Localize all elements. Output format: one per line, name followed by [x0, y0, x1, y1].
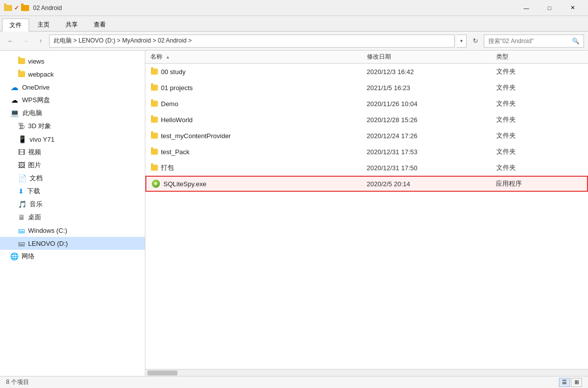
- sidebar-item-label: 图片: [28, 161, 41, 170]
- sidebar-item-label: 视频: [28, 148, 41, 157]
- minimize-button[interactable]: —: [515, 0, 538, 16]
- table-row[interactable]: 00 study 2020/12/3 16:42 文件夹: [145, 64, 588, 80]
- col-type-label: 类型: [496, 53, 508, 60]
- file-date: 2020/12/28 15:26: [367, 116, 496, 124]
- tab-file[interactable]: 文件: [2, 19, 29, 32]
- file-type: 文件夹: [496, 83, 582, 92]
- phone-icon: 📱: [18, 135, 27, 143]
- folder-icon: [151, 101, 158, 107]
- sidebar-item-onedrive[interactable]: ☁ OneDrive: [0, 81, 145, 94]
- file-name-cell: Demo: [151, 100, 367, 108]
- table-row[interactable]: 打包 2020/12/31 17:50 文件夹: [145, 160, 588, 176]
- sidebar-item-label: 此电脑: [23, 109, 42, 118]
- search-icon[interactable]: 🔍: [572, 38, 579, 45]
- table-row[interactable]: 01 projects 2021/1/5 16:23 文件夹: [145, 80, 588, 96]
- sidebar-item-webpack[interactable]: webpack: [0, 68, 145, 81]
- sidebar-item-wps[interactable]: ☁ WPS网盘: [0, 94, 145, 107]
- file-name-cell: 00 study: [151, 68, 367, 76]
- file-name: HelloWorld: [161, 116, 192, 124]
- sidebar-item-label: LENOVO (D:): [28, 240, 68, 247]
- desktop-icon: 🖥: [18, 213, 25, 221]
- sidebar-item-music[interactable]: 🎵 音乐: [0, 198, 145, 211]
- sidebar-item-doc[interactable]: 📄 文档: [0, 172, 145, 185]
- sidebar-item-label: WPS网盘: [22, 96, 50, 105]
- folder-icon: [151, 165, 158, 171]
- sidebar-item-video[interactable]: 🎞 视频: [0, 146, 145, 159]
- sidebar-item-views[interactable]: views: [0, 55, 145, 68]
- sidebar-item-label: 音乐: [30, 200, 43, 209]
- file-type: 文件夹: [496, 163, 582, 172]
- sidebar-item-vivo[interactable]: 📱 vivo Y71: [0, 133, 145, 146]
- folder-icon: [151, 69, 158, 75]
- sort-arrow: ▲: [165, 55, 170, 60]
- sidebar-item-label: 文档: [30, 174, 43, 183]
- sidebar: views webpack ☁ OneDrive ☁ WPS网盘 💻 此电脑 🗜…: [0, 51, 145, 376]
- file-date: 2020/12/24 17:26: [367, 132, 496, 140]
- sidebar-item-label: vivo Y71: [30, 136, 55, 143]
- sidebar-item-network[interactable]: 🌐 网络: [0, 250, 145, 263]
- view-details-button[interactable]: ☰: [559, 378, 570, 387]
- sidebar-item-label: views: [28, 58, 45, 65]
- search-bar[interactable]: 🔍: [484, 35, 584, 48]
- sidebar-item-desktop[interactable]: 🖥 桌面: [0, 211, 145, 224]
- breadcrumb[interactable]: 此电脑 > LENOVO (D:) > MyAndroid > 02 Andro…: [49, 35, 455, 48]
- sqlite-leaf: ❋: [154, 181, 158, 186]
- network-icon: 🌐: [10, 252, 19, 260]
- file-date: 2020/12/31 17:50: [367, 164, 496, 172]
- sidebar-item-windows-c[interactable]: 🖴 Windows (C:): [0, 224, 145, 237]
- search-input[interactable]: [488, 38, 572, 45]
- forward-button[interactable]: →: [19, 35, 32, 48]
- sidebar-item-image[interactable]: 🖼 图片: [0, 159, 145, 172]
- file-date: 2020/12/31 17:53: [367, 148, 496, 156]
- table-row-sqlitespy[interactable]: ❋ SQLiteSpy.exe 2020/2/5 20:14 应用程序: [145, 176, 588, 192]
- 3d-icon: 🗜: [18, 122, 25, 130]
- sidebar-item-thispc[interactable]: 💻 此电脑: [0, 107, 145, 120]
- file-date: 2021/1/5 16:23: [367, 84, 496, 92]
- sidebar-item-label: webpack: [28, 71, 54, 78]
- file-date: 2020/11/26 10:04: [367, 100, 496, 108]
- file-type: 文件夹: [496, 67, 582, 76]
- file-name: Demo: [161, 100, 178, 108]
- folder-icon: [151, 117, 158, 123]
- view-tiles-button[interactable]: ⊞: [571, 378, 582, 387]
- sidebar-item-lenovo-d[interactable]: 🖴 LENOVO (D:): [0, 237, 145, 250]
- title-check-icon: ✓: [14, 5, 19, 12]
- sidebar-item-label: 桌面: [28, 213, 41, 222]
- file-date: 2020/2/5 20:14: [367, 180, 496, 188]
- status-count: 8 个项目: [6, 378, 29, 386]
- close-button[interactable]: ✕: [561, 0, 584, 16]
- sidebar-item-label: 网络: [22, 252, 35, 261]
- file-list: 00 study 2020/12/3 16:42 文件夹 01 projects…: [145, 64, 588, 369]
- up-button[interactable]: ↑: [34, 35, 47, 48]
- doc-icon: 📄: [18, 174, 27, 182]
- sidebar-item-label: 下载: [27, 187, 40, 196]
- table-row[interactable]: HelloWorld 2020/12/28 15:26 文件夹: [145, 112, 588, 128]
- horizontal-scrollbar[interactable]: [145, 369, 588, 376]
- main-layout: views webpack ☁ OneDrive ☁ WPS网盘 💻 此电脑 🗜…: [0, 51, 588, 376]
- sidebar-item-download[interactable]: ⬇ 下载: [0, 185, 145, 198]
- table-row[interactable]: test_myContentProvider 2020/12/24 17:26 …: [145, 128, 588, 144]
- tab-share[interactable]: 共享: [58, 18, 85, 31]
- table-row[interactable]: test_Pack 2020/12/31 17:53 文件夹: [145, 144, 588, 160]
- file-name: test_myContentProvider: [161, 132, 231, 140]
- maximize-button[interactable]: □: [538, 0, 561, 16]
- col-header-date[interactable]: 修改日期: [367, 53, 497, 61]
- title-bar-icon-area: ✓: [4, 5, 29, 12]
- scroll-thumb[interactable]: [147, 370, 177, 375]
- tab-home[interactable]: 主页: [30, 18, 57, 31]
- file-name-cell: test_myContentProvider: [151, 132, 367, 140]
- sidebar-item-label: Windows (C:): [28, 227, 67, 234]
- tab-view[interactable]: 查看: [86, 18, 113, 31]
- col-header-type[interactable]: 类型: [496, 53, 583, 61]
- refresh-button[interactable]: ↻: [469, 35, 482, 48]
- back-button[interactable]: ←: [4, 35, 17, 48]
- file-name-cell: HelloWorld: [151, 116, 367, 124]
- sidebar-item-3d[interactable]: 🗜 3D 对象: [0, 120, 145, 133]
- image-icon: 🖼: [18, 161, 25, 169]
- col-header-name[interactable]: 名称 ▲: [150, 53, 367, 61]
- folder-icon: [18, 71, 25, 77]
- table-row[interactable]: Demo 2020/11/26 10:04 文件夹: [145, 96, 588, 112]
- ribbon-tabs: 文件 主页 共享 查看: [0, 16, 588, 31]
- status-bar: 8 个项目 ☰ ⊞: [0, 376, 588, 388]
- breadcrumb-dropdown[interactable]: ▾: [457, 35, 467, 48]
